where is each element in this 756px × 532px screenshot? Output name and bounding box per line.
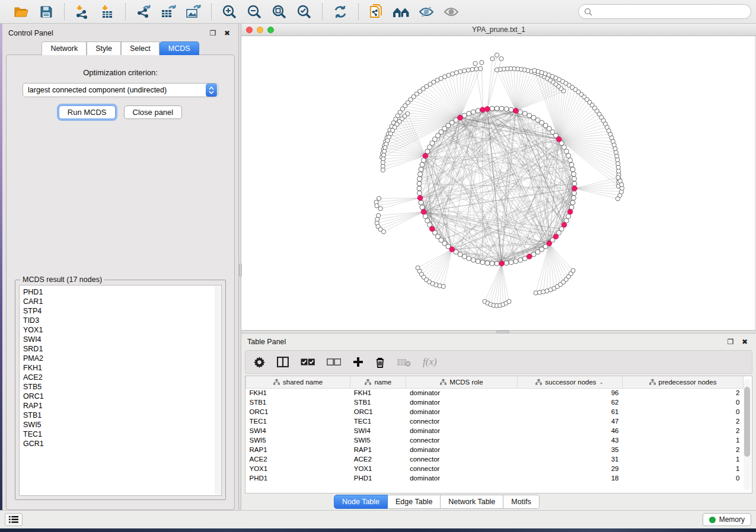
tab-select[interactable]: Select [121,41,160,55]
splitter-handle[interactable] [239,264,242,277]
tab-motifs[interactable]: Motifs [503,495,539,509]
cell-predecessor-nodes[interactable]: 2 [622,426,743,435]
ring-node[interactable] [513,259,518,264]
cell-predecessor-nodes[interactable]: 1 [622,435,743,445]
result-node-item[interactable]: ACE2 [23,373,221,382]
cell-MCDS-role[interactable]: connector [406,435,517,445]
column-header-predecessor-nodes[interactable]: predecessor nodes [622,376,743,388]
result-node-item[interactable]: ORC1 [23,392,221,401]
cell-predecessor-nodes[interactable]: 0 [622,407,743,416]
criterion-dropdown[interactable]: largest connected component (undirected) [23,83,218,97]
table-row[interactable]: ORC1ORC1dominator610 [246,407,744,416]
mcds-hub-node[interactable] [429,226,435,232]
mcds-hub-node[interactable] [567,209,573,214]
save-session-button[interactable] [36,2,57,21]
result-node-item[interactable]: FKH1 [23,363,221,373]
first-neighbors-button[interactable] [391,2,412,21]
import-network-button[interactable] [72,2,93,21]
ring-node[interactable] [485,261,490,265]
cell-successor-nodes[interactable]: 47 [517,416,622,426]
leaf-node[interactable] [458,69,462,73]
export-network-button[interactable] [133,2,154,21]
cell-successor-nodes[interactable]: 62 [517,398,622,407]
result-node-item[interactable]: STB1 [23,411,221,420]
cell-shared-name[interactable]: TEC1 [246,416,350,426]
ring-node[interactable] [504,261,509,265]
tab-edge-table[interactable]: Edge Table [388,495,441,509]
result-node-item[interactable]: GCR1 [23,439,221,448]
zoom-in-button[interactable] [219,2,240,21]
table-row[interactable]: STB1STB1dominator620 [246,398,744,407]
table-row[interactable]: ACE2ACE2connector311 [246,454,744,464]
ring-node[interactable] [570,167,575,172]
float-panel-icon[interactable]: ❐ [725,337,736,347]
tab-mcds[interactable]: MCDS [160,41,199,55]
close-panel-icon[interactable]: ✖ [739,337,750,347]
leaf-node[interactable] [454,70,458,75]
leaf-node[interactable] [479,66,483,70]
table-row[interactable]: PHD1PHD1dominator180 [246,473,744,483]
result-node-item[interactable]: PHD1 [23,287,221,297]
leaf-node[interactable] [490,57,495,61]
leaf-node[interactable] [378,207,382,211]
ring-node[interactable] [522,111,527,116]
ring-node[interactable] [495,261,499,266]
column-header-name[interactable]: name [350,376,406,388]
mcds-hub-node[interactable] [527,254,532,259]
ring-node[interactable] [569,205,574,210]
ring-node[interactable] [467,111,471,116]
leaf-node[interactable] [474,67,479,71]
table-row[interactable]: FKH1FKH1dominator962 [246,388,744,398]
cell-name[interactable]: RAP1 [350,445,406,454]
table-row[interactable]: RAP1RAP1dominator352 [246,445,744,454]
mcds-hub-node[interactable] [485,107,490,112]
table-row[interactable]: SWI4SWI4dominator462 [246,426,744,435]
leaf-node[interactable] [499,57,503,61]
float-panel-icon[interactable]: ❐ [208,28,218,38]
leaf-node[interactable] [375,204,379,208]
ring-node[interactable] [518,258,523,262]
cell-MCDS-role[interactable]: connector [406,464,517,473]
network-graph-canvas[interactable] [241,36,755,330]
ring-node[interactable] [420,205,425,210]
result-node-item[interactable]: TEC1 [23,430,221,439]
result-list-scrollbar[interactable] [215,286,221,495]
leaf-node[interactable] [495,68,499,72]
cell-predecessor-nodes[interactable]: 2 [622,388,743,398]
leaf-node[interactable] [480,60,484,65]
mcds-hub-node[interactable] [553,234,559,239]
add-column-icon[interactable] [353,357,363,367]
ring-node[interactable] [425,218,430,223]
cell-name[interactable]: ACE2 [350,454,406,464]
result-node-item[interactable]: YOX1 [23,325,221,335]
leaf-node[interactable] [381,168,385,172]
splitter-handle[interactable] [496,331,509,334]
table-scrollbar[interactable] [744,379,751,491]
leaf-node[interactable] [381,230,385,234]
memory-button[interactable]: Memory [703,513,751,526]
import-table-button[interactable] [97,2,118,21]
cell-MCDS-role[interactable]: dominator [406,398,517,407]
cell-MCDS-role[interactable]: dominator [406,407,517,416]
mcds-hub-node[interactable] [513,108,519,114]
ring-node[interactable] [420,162,425,167]
tab-network[interactable]: Network [42,41,87,55]
ring-node[interactable] [504,107,509,111]
tab-node-table[interactable]: Node Table [334,495,388,509]
cell-name[interactable]: FKH1 [350,388,406,398]
cell-successor-nodes[interactable]: 31 [517,454,622,464]
mcds-hub-node[interactable] [499,261,505,266]
cell-MCDS-role[interactable]: connector [406,416,517,426]
mcds-hub-node[interactable] [572,186,578,191]
ring-node[interactable] [471,258,476,262]
ring-node[interactable] [566,153,571,158]
close-panel-icon[interactable]: ✖ [222,28,232,38]
ring-node[interactable] [417,177,422,181]
leaf-node[interactable] [616,175,620,180]
search-input[interactable] [595,8,745,16]
ring-node[interactable] [572,181,577,186]
cell-predecessor-nodes[interactable]: 1 [622,464,743,473]
ring-node[interactable] [480,260,485,265]
search-box[interactable] [578,4,751,19]
ring-node[interactable] [418,172,423,177]
